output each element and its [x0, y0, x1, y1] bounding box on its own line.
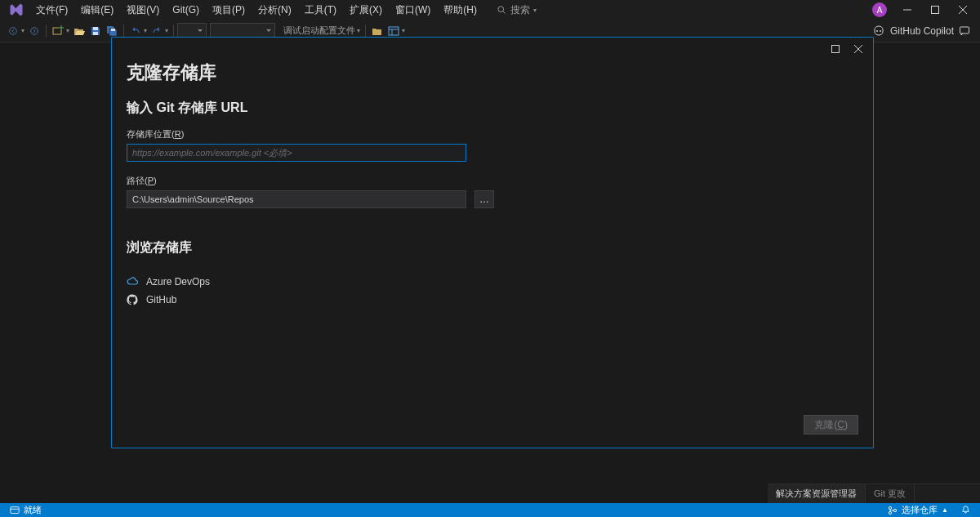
- visual-studio-icon: [8, 2, 24, 18]
- bottom-dock-tabs: 解决方案资源管理器 Git 更改: [768, 484, 980, 503]
- user-avatar[interactable]: A: [872, 2, 887, 17]
- provider-azure-devops[interactable]: Azure DevOps: [127, 273, 858, 291]
- status-ready-label: 就绪: [24, 505, 42, 516]
- search-label: 搜索: [510, 3, 530, 17]
- repo-url-input[interactable]: [127, 144, 466, 162]
- window-close-button[interactable]: [949, 0, 977, 20]
- svg-point-16: [876, 30, 878, 32]
- provider-github[interactable]: GitHub: [127, 291, 858, 309]
- svg-point-6: [10, 27, 17, 34]
- status-select-repo-label: 选择仓库: [902, 505, 938, 516]
- path-label: 路径(P): [127, 175, 858, 187]
- chevron-down-icon[interactable]: ▾: [21, 27, 24, 34]
- github-copilot-button[interactable]: GitHub Copilot: [872, 25, 975, 38]
- chevron-down-icon[interactable]: ▾: [402, 27, 405, 34]
- output-icon: [10, 506, 20, 515]
- nav-back-button[interactable]: [5, 23, 21, 39]
- window-maximize-button[interactable]: [921, 0, 949, 20]
- chevron-down-icon[interactable]: ▾: [144, 27, 147, 34]
- menu-window[interactable]: 窗口(W): [389, 1, 437, 20]
- section-enter-url: 输入 Git 存储库 URL: [127, 100, 858, 117]
- provider-label: GitHub: [146, 294, 176, 305]
- menu-git[interactable]: Git(G): [166, 2, 206, 18]
- title-bar: 文件(F) 编辑(E) 视图(V) Git(G) 项目(P) 分析(N) 工具(…: [0, 0, 980, 20]
- chevron-down-icon: ▾: [533, 7, 537, 14]
- svg-rect-22: [11, 506, 19, 513]
- dialog-title-bar: [112, 38, 873, 60]
- repo-location-label: 存储库位置(R): [127, 128, 858, 140]
- debug-config-label: 调试启动配置文件: [282, 25, 357, 37]
- chat-icon: [959, 25, 970, 37]
- cloud-icon: [127, 276, 138, 287]
- tab-git-changes[interactable]: Git 更改: [866, 484, 915, 503]
- browse-path-button[interactable]: …: [474, 190, 494, 208]
- svg-rect-3: [932, 7, 939, 14]
- github-icon: [127, 294, 138, 305]
- svg-rect-13: [389, 27, 399, 35]
- status-bar: 就绪 选择仓库 ▲: [0, 503, 980, 517]
- menu-extensions[interactable]: 扩展(X): [343, 1, 389, 20]
- svg-rect-11: [93, 32, 98, 35]
- status-notifications[interactable]: [955, 503, 977, 517]
- svg-point-26: [893, 509, 896, 511]
- save-button[interactable]: [87, 23, 104, 39]
- svg-point-24: [889, 506, 891, 509]
- svg-line-1: [503, 11, 506, 14]
- copilot-label: GitHub Copilot: [890, 25, 954, 37]
- status-ready[interactable]: 就绪: [3, 503, 48, 517]
- svg-rect-10: [93, 27, 98, 30]
- menu-help[interactable]: 帮助(H): [437, 1, 483, 20]
- dialog-close-button[interactable]: [847, 39, 870, 59]
- path-input[interactable]: [127, 190, 466, 208]
- dialog-maximize-button[interactable]: [824, 39, 847, 59]
- window-minimize-button[interactable]: [893, 0, 921, 20]
- source-control-icon: [888, 506, 898, 515]
- provider-label: Azure DevOps: [146, 276, 210, 287]
- menu-edit[interactable]: 编辑(E): [74, 1, 120, 20]
- search-launcher[interactable]: 搜索 ▾: [497, 3, 538, 17]
- svg-rect-18: [960, 27, 969, 33]
- menu-tools[interactable]: 工具(T): [298, 1, 343, 20]
- menu-analyze[interactable]: 分析(N): [252, 1, 298, 20]
- chevron-down-icon[interactable]: ▾: [66, 27, 69, 34]
- tab-solution-explorer[interactable]: 解决方案资源管理器: [768, 484, 866, 503]
- svg-point-7: [31, 27, 38, 34]
- svg-point-25: [889, 511, 891, 514]
- menu-file[interactable]: 文件(F): [29, 1, 74, 20]
- dialog-title: 克隆存储库: [127, 60, 858, 85]
- svg-rect-19: [832, 46, 840, 53]
- nav-forward-button[interactable]: [26, 23, 42, 39]
- open-file-button[interactable]: [71, 23, 87, 39]
- chevron-down-icon[interactable]: ▾: [357, 27, 360, 34]
- menu-view[interactable]: 视图(V): [120, 1, 166, 20]
- clone-repository-dialog: 克隆存储库 输入 Git 存储库 URL 存储库位置(R) 路径(P) … 浏览…: [111, 37, 874, 448]
- svg-rect-12: [111, 29, 115, 31]
- menu-project[interactable]: 项目(P): [206, 1, 252, 20]
- svg-point-0: [498, 7, 504, 12]
- new-project-button[interactable]: [50, 23, 66, 39]
- clone-button[interactable]: 克隆(C): [804, 415, 858, 435]
- svg-point-17: [880, 30, 881, 32]
- status-add-source-control[interactable]: 选择仓库 ▲: [881, 503, 955, 517]
- main-menu: 文件(F) 编辑(E) 视图(V) Git(G) 项目(P) 分析(N) 工具(…: [29, 1, 483, 20]
- bell-icon: [961, 506, 970, 515]
- chevron-down-icon[interactable]: ▾: [165, 27, 168, 34]
- section-browse-repo: 浏览存储库: [127, 239, 858, 256]
